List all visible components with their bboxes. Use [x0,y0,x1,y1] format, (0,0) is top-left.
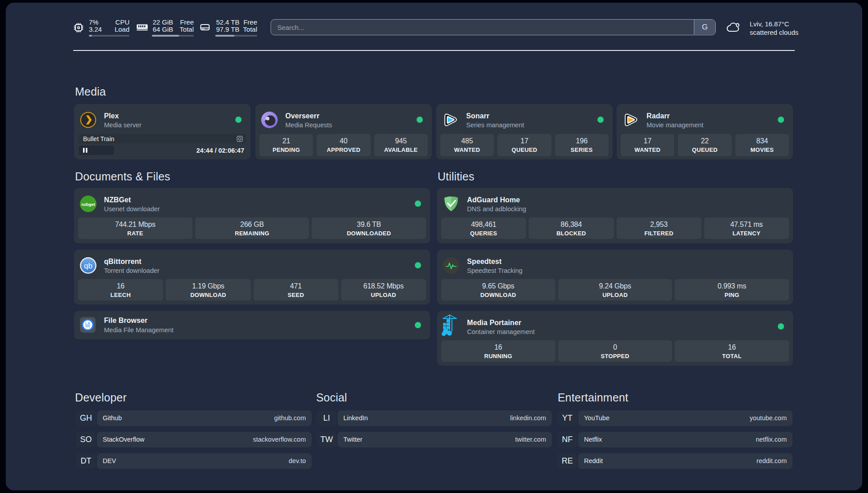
svg-text:nzbget: nzbget [81,202,95,207]
svg-text:qb: qb [84,262,92,270]
